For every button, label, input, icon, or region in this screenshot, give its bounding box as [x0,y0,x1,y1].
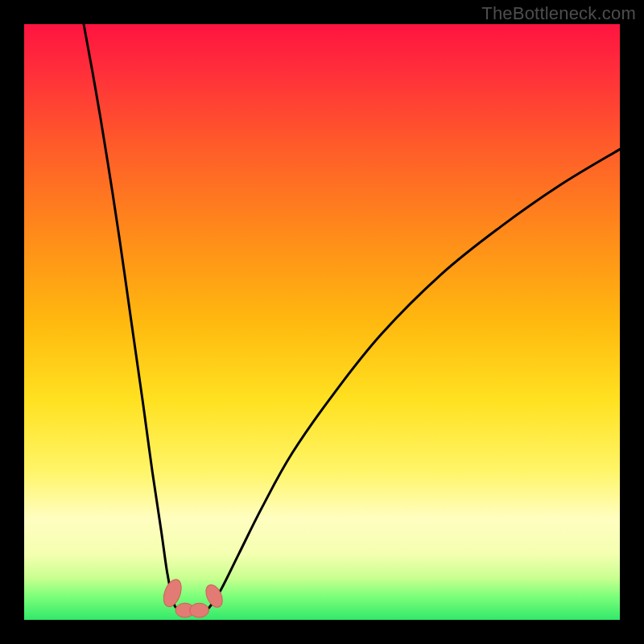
valley-marker [190,603,209,617]
bottleneck-curve [84,24,620,611]
valley-markers [160,577,225,617]
watermark-text: TheBottleneck.com [481,3,636,24]
chart-frame: TheBottleneck.com [0,0,644,644]
curve-layer [24,24,620,620]
plot-area [24,24,620,620]
